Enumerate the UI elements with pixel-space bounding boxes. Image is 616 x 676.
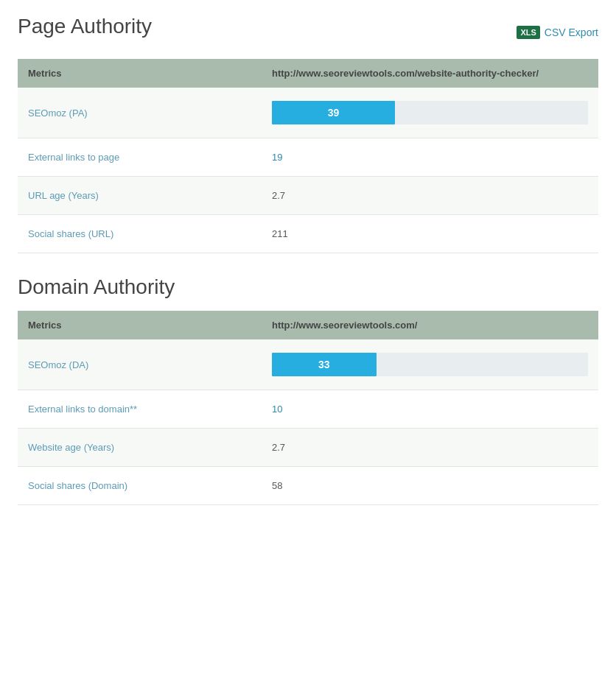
metric-value: 58 [262,467,598,505]
metric-label: SEOmoz (PA) [18,88,262,138]
metric-link[interactable]: 10 [272,404,282,415]
table-row: Social shares (URL)211 [18,215,598,253]
bar-fill: 39 [272,101,395,124]
metric-label: External links to page [18,138,262,177]
table-row: External links to domain**10 [18,390,598,429]
metric-value: 39 [262,88,598,138]
table-row: Website age (Years)2.7 [18,429,598,467]
bar-container: 33 [272,353,588,376]
metric-value: 33 [262,339,598,390]
domain-authority-section: Domain Authority Metrics http://www.seor… [18,275,598,505]
domain-authority-title: Domain Authority [18,275,598,299]
page-authority-table: Metrics http://www.seoreviewtools.com/we… [18,59,598,253]
metric-label: URL age (Years) [18,177,262,215]
bar-empty [377,353,588,376]
table-row: SEOmoz (PA)39 [18,88,598,138]
page-authority-table-header: Metrics http://www.seoreviewtools.com/we… [18,59,598,88]
metric-value: 211 [262,215,598,253]
metric-value: 2.7 [262,429,598,467]
metric-label: Social shares (URL) [18,215,262,253]
domain-authority-table: Metrics http://www.seoreviewtools.com/ S… [18,311,598,505]
col-metrics-header: Metrics [18,59,262,88]
xls-icon[interactable]: XLS [517,26,539,39]
metric-value[interactable]: 19 [262,138,598,177]
page-authority-header: Page Authority XLS CSV Export [18,15,598,50]
table-row: Social shares (Domain)58 [18,467,598,505]
page-authority-title: Page Authority [18,15,152,38]
col-metrics-da-header: Metrics [18,311,262,339]
metric-label: External links to domain** [18,390,262,429]
table-row: SEOmoz (DA)33 [18,339,598,390]
table-row: URL age (Years)2.7 [18,177,598,215]
table-row: External links to page19 [18,138,598,177]
col-url-da-header: http://www.seoreviewtools.com/ [262,311,598,339]
metric-value[interactable]: 10 [262,390,598,429]
domain-authority-table-header: Metrics http://www.seoreviewtools.com/ [18,311,598,339]
export-area: XLS CSV Export [517,26,598,39]
col-url-header: http://www.seoreviewtools.com/website-au… [262,59,598,88]
bar-empty [395,101,588,124]
metric-value: 2.7 [262,177,598,215]
metric-link[interactable]: 19 [272,152,282,163]
bar-fill: 33 [272,353,377,376]
metric-label: SEOmoz (DA) [18,339,262,390]
bar-container: 39 [272,101,588,124]
metric-label: Social shares (Domain) [18,467,262,505]
metric-label: Website age (Years) [18,429,262,467]
csv-export-link[interactable]: CSV Export [545,27,598,38]
